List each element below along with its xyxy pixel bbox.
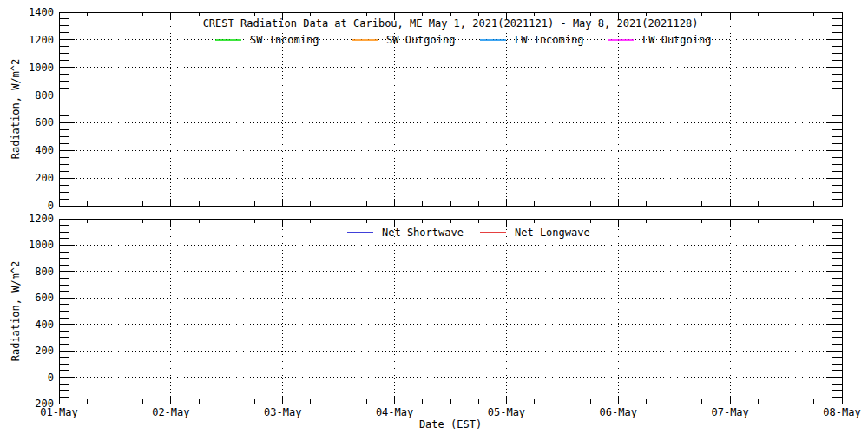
- x-tick-label: 05-May: [488, 406, 525, 418]
- y-tick-label: 200: [35, 172, 54, 184]
- y-tick-label: 1000: [29, 239, 54, 251]
- x-tick-label: 06-May: [600, 406, 637, 418]
- legend-label: Net Longwave: [515, 227, 590, 239]
- x-tick-label: 03-May: [264, 406, 301, 418]
- x-tick-label: 08-May: [823, 406, 860, 418]
- y-tick-label: 200: [35, 345, 54, 357]
- y-tick-label: 800: [35, 89, 54, 102]
- y-tick-label: 1200: [29, 34, 54, 46]
- x-tick-label: 04-May: [376, 406, 413, 418]
- y-tick-label: 1200: [29, 213, 54, 225]
- y-tick-label: 1000: [29, 62, 54, 74]
- y-axis-label: Radiation, W/m^2: [10, 59, 22, 160]
- y-tick-label: 1400: [29, 6, 54, 18]
- radiation-chart-figure: 0200400600800100012001400Radiation, W/m^…: [0, 0, 868, 434]
- x-axis-label: Date (EST): [419, 418, 482, 431]
- y-axis-label: Radiation, W/m^2: [10, 261, 22, 362]
- x-tick-label: 01-May: [40, 406, 77, 418]
- x-tick-label: 07-May: [711, 406, 748, 418]
- legend-label: Net Shortwave: [382, 227, 464, 239]
- radiation-chart-canvas: 0200400600800100012001400Radiation, W/m^…: [0, 0, 868, 434]
- y-tick-label: 600: [35, 292, 54, 304]
- y-tick-label: 800: [35, 266, 54, 278]
- legend-label: LW Outgoing: [642, 34, 711, 46]
- y-tick-label: 0: [48, 372, 54, 384]
- legend-label: LW Incoming: [515, 34, 583, 46]
- y-tick-label: 400: [35, 319, 54, 331]
- x-tick-label: 02-May: [152, 406, 189, 418]
- legend-label: SW Incoming: [250, 34, 319, 46]
- y-tick-label: 0: [48, 200, 54, 212]
- plot-box: [59, 219, 842, 404]
- legend-label: SW Outgoing: [386, 34, 455, 46]
- y-tick-label: 600: [35, 116, 54, 128]
- y-tick-label: 400: [35, 144, 54, 156]
- chart-title: CREST Radiation Data at Caribou, ME May …: [203, 17, 699, 30]
